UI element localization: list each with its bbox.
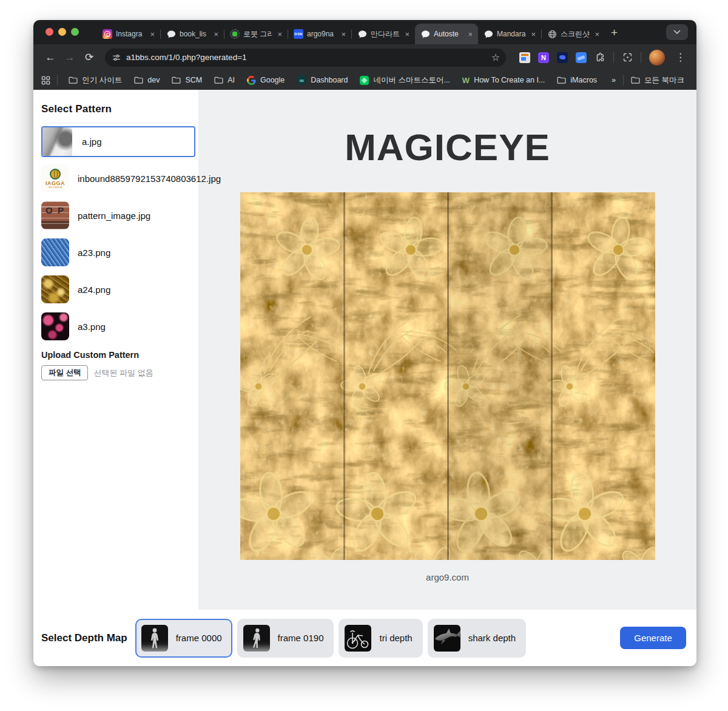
tab-mandara[interactable]: Mandara × (478, 24, 541, 44)
bookmark-naver-smartstore[interactable]: 네이버 스마트스토어... (355, 73, 454, 88)
tab-instagram[interactable]: Instagra × (97, 24, 160, 44)
wikihow-icon: W (462, 76, 470, 85)
tabs: Instagra × book_lis × 로봇 그리 × DSN argo9n… (97, 20, 696, 44)
close-icon[interactable]: × (530, 30, 537, 39)
close-icon[interactable]: × (276, 30, 283, 39)
extensions-row: N ⋮ (513, 50, 690, 66)
pattern-thumbnail: IAGGA INDONESIA (41, 164, 69, 192)
toolbar-divider (641, 52, 641, 63)
bookmark-label: Dashboard (311, 76, 348, 84)
bookmark-folder-all-bookmarks[interactable]: 모든 북마크 (626, 73, 689, 88)
profile-avatar[interactable] (649, 50, 665, 66)
extensions-puzzle-icon[interactable] (595, 52, 605, 63)
pattern-item-a-jpg[interactable]: a.jpg (41, 126, 195, 157)
shark-icon (434, 625, 460, 652)
browser-menu-icon[interactable]: ⋮ (673, 51, 688, 64)
close-icon[interactable]: × (340, 30, 347, 39)
pattern-thumbnail (41, 275, 69, 303)
tab-book-list[interactable]: book_lis × (161, 24, 224, 44)
tab-label: Mandara (497, 30, 526, 38)
blue-extension-icon[interactable] (576, 52, 587, 63)
bookmark-folder-dev[interactable]: dev (129, 73, 164, 87)
url-text[interactable]: a1bbs.com/1/0.php?generated=1 (126, 53, 486, 62)
bookmark-label: AI (228, 76, 235, 84)
depth-map-shark-depth[interactable]: shark depth (428, 619, 526, 658)
pattern-item-a3[interactable]: a3.png (41, 312, 194, 340)
iagga-text: IAGGA (46, 180, 65, 186)
pattern-item-inbound[interactable]: IAGGA INDONESIA inbound88597921537408036… (41, 164, 194, 192)
bookmark-label: 네이버 스마트스토어... (373, 75, 450, 86)
minimize-window-button[interactable] (58, 28, 66, 36)
close-icon[interactable]: × (149, 30, 156, 39)
pattern-thumbnail (41, 238, 69, 266)
globe-icon (547, 29, 557, 39)
folder-icon (134, 76, 143, 84)
iagga-subtext: INDONESIA (49, 186, 62, 189)
bookmark-dashboard[interactable]: ∞ Dashboard (292, 73, 352, 87)
tricycle-icon (345, 625, 371, 652)
tab-argo9[interactable]: DSN argo9na × (288, 24, 351, 44)
back-button[interactable]: ← (42, 49, 59, 66)
close-icon[interactable]: × (403, 30, 411, 39)
folder-icon (557, 76, 566, 84)
tab-mandalart[interactable]: 만다라트 × (352, 24, 415, 44)
bookmark-label: SCM (185, 76, 202, 84)
green-app-icon (230, 29, 240, 39)
address-bar[interactable]: a1bbs.com/1/0.php?generated=1 ☆ (105, 49, 506, 67)
close-icon[interactable]: × (212, 30, 220, 39)
pattern-thumbnail (42, 127, 72, 156)
file-status-text: 선택된 파일 없음 (93, 368, 153, 379)
file-select-button[interactable]: 파일 선택 (41, 365, 88, 380)
depth-map-frame-0000[interactable]: frame 0000 (135, 619, 232, 658)
bookmark-folder-imacros[interactable]: iMacros (552, 73, 602, 87)
tab-search-button[interactable] (666, 24, 688, 40)
depth-map-frame-0190[interactable]: frame 0190 (237, 619, 334, 658)
pattern-thumbnail (41, 312, 69, 340)
toolbar-divider (613, 52, 614, 63)
forward-button[interactable]: → (61, 49, 78, 66)
depth-map-label: frame 0190 (278, 633, 324, 643)
chevron-down-icon (673, 30, 681, 35)
bookmark-label: How To Create an I... (474, 76, 545, 84)
notion-extension-icon[interactable]: N (538, 52, 549, 63)
zoom-window-button[interactable] (71, 28, 79, 36)
pattern-item-a23[interactable]: a23.png (41, 238, 194, 266)
pattern-sidebar: Select Pattern a.jpg IAGGA INDONESIA inb… (33, 90, 198, 610)
site-settings-icon[interactable] (112, 53, 121, 62)
chat-bubble-icon (357, 29, 367, 39)
close-icon[interactable]: × (593, 30, 601, 39)
bookmark-folder-popular-sites[interactable]: 인기 사이트 (64, 73, 127, 88)
close-window-button[interactable] (46, 28, 53, 36)
bookmark-google[interactable]: Google (242, 73, 289, 87)
bookmark-folder-ai[interactable]: AI (209, 73, 240, 87)
instagram-icon (103, 29, 112, 39)
screen-capture-icon[interactable] (622, 52, 633, 63)
close-icon[interactable]: × (467, 30, 474, 39)
bookmark-folder-scm[interactable]: SCM (167, 73, 207, 87)
pattern-label: a3.png (78, 322, 106, 332)
tab-autostereogram-active[interactable]: Autoste × (415, 24, 478, 44)
apps-grid-icon[interactable] (41, 75, 51, 86)
bookmark-star-icon[interactable]: ☆ (491, 52, 500, 63)
tab-screenshot[interactable]: 스크린샷 × (542, 24, 605, 44)
tab-robot[interactable]: 로봇 그리 × (224, 24, 288, 44)
homepage-extension-icon[interactable] (519, 52, 530, 63)
pattern-item-a24[interactable]: a24.png (41, 275, 194, 303)
pattern-label: inbound8859792153740803612.jpg (78, 174, 221, 184)
bookmark-wikihow[interactable]: W How To Create an I... (457, 73, 550, 87)
reload-button[interactable]: ⟳ (81, 49, 98, 66)
chat-bubble-icon (166, 29, 176, 39)
deepseek-extension-icon[interactable] (557, 52, 568, 63)
bookmarks-overflow-button[interactable]: » (607, 73, 621, 87)
pattern-item-pattern-image[interactable]: O P pattern_image.jpg (41, 201, 194, 229)
pattern-label: a23.png (78, 248, 110, 258)
generate-button[interactable]: Generate (620, 627, 686, 649)
bookmarks-divider (623, 75, 624, 86)
folder-icon (69, 76, 78, 84)
new-tab-button[interactable]: + (605, 26, 625, 44)
depth-map-tri-depth[interactable]: tri depth (339, 619, 422, 658)
depth-map-label: shark depth (468, 633, 516, 643)
folder-icon (172, 76, 181, 84)
depth-map-thumbnail (345, 625, 371, 652)
main-area: MAGICEYE (198, 90, 696, 610)
